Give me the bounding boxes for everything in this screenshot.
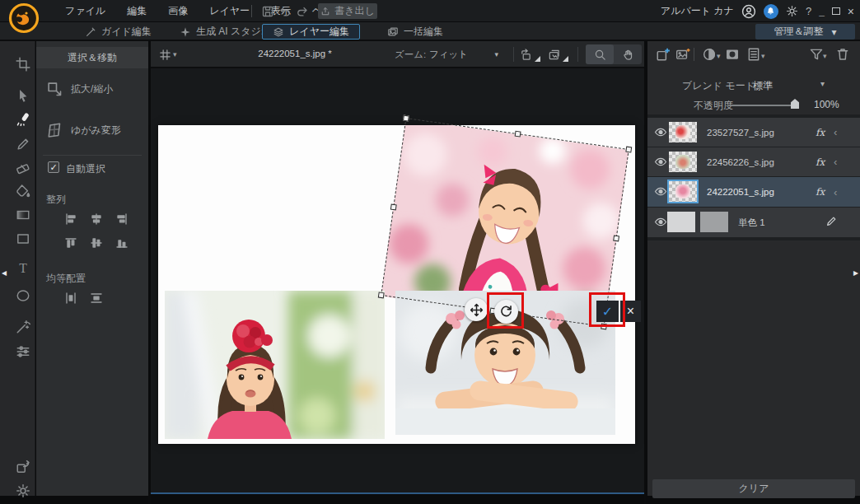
opacity-value: 100% xyxy=(814,99,839,110)
blend-mode-value[interactable]: 標準 xyxy=(753,79,773,93)
distribute-h-icon[interactable] xyxy=(63,292,79,305)
chevron-down-icon[interactable]: ▾ xyxy=(820,79,825,88)
add-image-layer-icon[interactable] xyxy=(675,47,690,62)
tab-layer-edit[interactable]: レイヤー編集 xyxy=(262,24,360,40)
solid-color-thumbnail[interactable] xyxy=(667,212,695,232)
opacity-slider-knob[interactable] xyxy=(791,99,799,109)
help-button[interactable]: ? xyxy=(806,5,811,17)
collapse-row-icon[interactable]: ‹ xyxy=(834,126,837,138)
divider xyxy=(577,47,578,62)
layer-thumbnail[interactable] xyxy=(669,122,697,142)
edit-pencil-icon[interactable] xyxy=(825,215,838,227)
magic-wand-tool-icon[interactable] xyxy=(16,320,30,334)
grid-icon xyxy=(159,49,171,61)
preferences-gear-icon[interactable] xyxy=(16,483,30,498)
menu-layer[interactable]: レイヤー xyxy=(202,1,257,21)
clear-button[interactable]: クリア xyxy=(652,479,855,498)
fx-badge[interactable]: fx xyxy=(816,186,825,198)
avatar-icon[interactable] xyxy=(741,4,756,19)
fx-badge[interactable]: fx xyxy=(816,127,825,138)
ellipse-tool-icon[interactable] xyxy=(16,288,30,303)
window-minimize-button[interactable]: _ xyxy=(819,6,825,17)
tab-guided-edit[interactable]: ガイド編集 xyxy=(78,24,158,40)
scale-button[interactable]: 拡大/縮小 xyxy=(46,76,143,102)
redo-icon[interactable] xyxy=(296,5,309,18)
transform-canvas-button[interactable] xyxy=(548,46,569,63)
layer-thumbnail[interactable] xyxy=(669,152,697,172)
cancel-button[interactable]: × xyxy=(620,301,641,322)
canvas-viewport[interactable]: ✓ × xyxy=(151,68,644,492)
adjustment-tool-icon[interactable] xyxy=(16,344,30,359)
window-maximize-button[interactable] xyxy=(832,7,840,15)
document-page xyxy=(158,125,635,444)
crop-tool-icon[interactable] xyxy=(16,57,30,72)
collapse-row-icon[interactable]: ‹ xyxy=(834,156,837,168)
rectangle-tool-icon[interactable] xyxy=(16,231,30,246)
adjustment-layer-icon[interactable] xyxy=(702,47,717,62)
photo-rose-headband-girl[interactable] xyxy=(165,291,385,439)
collapse-row-icon[interactable]: ‹ xyxy=(834,186,837,198)
select-move-tool-icon[interactable] xyxy=(16,112,30,127)
titlebar-right: アルバート カナ ? _ × xyxy=(661,0,854,22)
layer-row-1[interactable]: 23527527_s.jpg fx ‹ xyxy=(647,118,860,147)
auto-select-checkbox[interactable]: ✓ xyxy=(48,161,59,173)
layer-row-3-selected[interactable]: 24222051_s.jpg fx ‹ xyxy=(647,177,860,207)
align-left-icon[interactable] xyxy=(63,212,79,226)
manage-adjust-button[interactable]: 管理＆調整 ▾ xyxy=(755,24,855,40)
collapse-right-panel-button[interactable]: ▸ xyxy=(852,260,860,285)
filter-funnel-icon[interactable] xyxy=(809,47,824,62)
save-icon[interactable] xyxy=(261,5,274,18)
menu-file[interactable]: ファイル xyxy=(58,1,113,21)
visibility-eye-icon[interactable] xyxy=(654,186,667,197)
collapse-left-panel-button[interactable]: ◂ xyxy=(0,260,8,285)
opacity-slider[interactable] xyxy=(730,105,797,106)
align-right-icon[interactable] xyxy=(114,212,130,226)
mask-thumbnail[interactable] xyxy=(700,212,728,232)
layer-row-2[interactable]: 22456226_s.jpg fx ‹ xyxy=(647,147,860,176)
align-center-h-icon[interactable] xyxy=(88,212,105,226)
layer-name: 単色 1 xyxy=(738,217,765,229)
window-close-button[interactable]: × xyxy=(848,5,854,18)
visibility-eye-icon[interactable] xyxy=(654,127,667,138)
trash-icon[interactable] xyxy=(835,47,850,62)
distribute-v-icon[interactable] xyxy=(88,292,105,305)
distort-button[interactable]: ゆがみ変形 xyxy=(46,117,143,143)
gradient-tool-icon[interactable] xyxy=(16,208,30,222)
fx-badge[interactable]: fx xyxy=(816,156,825,168)
settings-gear-icon[interactable] xyxy=(786,5,798,17)
visibility-eye-icon[interactable] xyxy=(654,217,667,227)
text-tool-icon[interactable]: T xyxy=(16,260,30,275)
zoom-tool-button[interactable] xyxy=(586,44,614,64)
menu-edit[interactable]: 編集 xyxy=(119,1,154,21)
rotate-canvas-button[interactable] xyxy=(520,46,541,63)
grid-button[interactable]: ▾ xyxy=(159,46,177,63)
align-top-icon[interactable] xyxy=(63,236,79,250)
pick-tool-icon[interactable] xyxy=(16,88,30,103)
layer-thumbnail[interactable] xyxy=(669,181,697,202)
move-handle-button[interactable] xyxy=(465,298,488,321)
layer-list-icon[interactable] xyxy=(746,47,761,62)
notification-bell-button[interactable] xyxy=(764,4,778,19)
fill-tool-icon[interactable] xyxy=(16,184,30,198)
mask-icon[interactable] xyxy=(725,47,740,62)
tab-batch-edit[interactable]: 一括編集 xyxy=(381,24,450,40)
menu-image[interactable]: 画像 xyxy=(161,1,195,21)
zoom-select[interactable]: フィット ▾ xyxy=(424,46,503,63)
new-layer-icon[interactable] xyxy=(656,47,671,62)
pan-tool-button[interactable] xyxy=(614,44,642,64)
undo-icon[interactable] xyxy=(278,5,292,18)
align-bottom-icon[interactable] xyxy=(114,236,130,250)
rotate-handle-button[interactable] xyxy=(494,300,518,324)
share-tool-icon[interactable] xyxy=(16,460,30,474)
user-name: アルバート カナ xyxy=(661,4,734,18)
layer-row-4[interactable]: 単色 1 xyxy=(647,208,860,237)
confirm-button[interactable]: ✓ xyxy=(596,301,619,322)
distort-icon xyxy=(46,122,63,138)
pen-tool-icon[interactable] xyxy=(16,137,30,152)
visibility-eye-icon[interactable] xyxy=(654,156,667,167)
eraser-tool-icon[interactable] xyxy=(16,161,30,175)
selection-handle[interactable] xyxy=(403,115,409,122)
export-button[interactable]: 書き出し xyxy=(318,3,377,19)
align-middle-v-icon[interactable] xyxy=(88,236,105,250)
titlebar: ファイル 編集 画像 レイヤー 表示 ヘルプ 書き出し アルバート カナ ? _… xyxy=(0,0,860,22)
